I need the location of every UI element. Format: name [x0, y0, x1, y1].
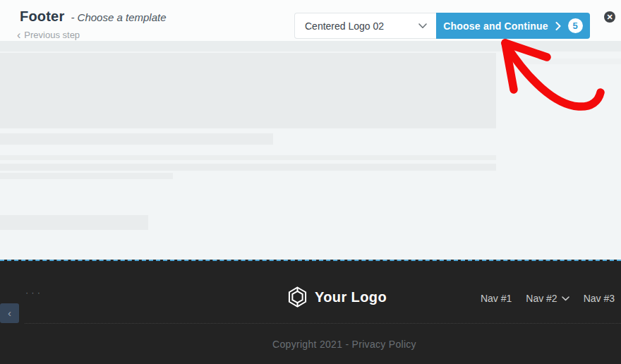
- choose-and-continue-button[interactable]: Choose and Continue 5: [436, 13, 590, 39]
- hexagon-logo-icon: [288, 286, 307, 308]
- skeleton-top-strip: [0, 41, 621, 51]
- nav-item-label: Nav #2: [526, 293, 557, 304]
- row-options-icon[interactable]: ···: [25, 289, 43, 296]
- skeleton-hero-block: [0, 53, 496, 128]
- close-icon[interactable]: ✕: [604, 11, 615, 23]
- nav-item-1: Nav #1: [481, 293, 512, 304]
- nav-item-label: Nav #1: [481, 293, 512, 304]
- nav-item-label: Nav #3: [584, 293, 615, 304]
- page-title-row: Footer - Choose a template: [20, 8, 167, 25]
- chevron-left-icon: ‹: [8, 308, 11, 318]
- footer-template-preview: ··· ‹ Your Logo Nav #1 Nav #2: [0, 260, 621, 364]
- template-select-value: Centered Logo 02: [305, 20, 384, 32]
- copyright-text: Copyright 2021 - Privacy Policy: [68, 339, 621, 350]
- nav-item-3: Nav #3: [584, 293, 615, 304]
- previous-step-link[interactable]: ‹ Previous step: [17, 30, 80, 40]
- skeleton-block: [0, 215, 148, 230]
- template-select-dropdown[interactable]: Centered Logo 02: [294, 13, 436, 39]
- skeleton-bar: [0, 155, 496, 160]
- footer-nav: Nav #1 Nav #2 Nav #3: [481, 293, 615, 304]
- site-logo-text: Your Logo: [315, 289, 387, 305]
- skeleton-bar: [0, 164, 496, 171]
- nav-item-2: Nav #2: [526, 293, 569, 304]
- chevron-down-icon: [562, 296, 569, 301]
- chevron-down-icon: [418, 23, 427, 29]
- template-chooser-screen: Footer - Choose a template ‹ Previous st…: [0, 0, 621, 364]
- skeleton-side-bar: [513, 59, 621, 64]
- skeleton-bar: [0, 133, 273, 145]
- chevron-right-icon: [555, 22, 561, 30]
- choose-and-continue-label: Choose and Continue: [443, 20, 548, 32]
- chevron-left-icon: ‹: [17, 31, 20, 40]
- row-divider: [25, 323, 621, 324]
- page-subtitle: - Choose a template: [71, 11, 166, 23]
- previous-step-label: Previous step: [24, 30, 80, 40]
- page-title: Footer: [20, 8, 64, 25]
- step-count-badge: 5: [568, 18, 583, 33]
- collapse-panel-tab[interactable]: ‹: [0, 303, 19, 323]
- skeleton-bar: [0, 173, 173, 179]
